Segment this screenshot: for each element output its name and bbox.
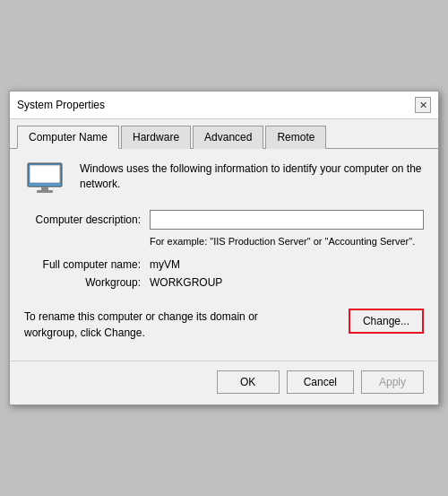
window-title: System Properties <box>17 99 105 111</box>
ok-button[interactable]: OK <box>217 370 280 394</box>
svg-rect-3 <box>37 190 53 193</box>
description-section: Computer description: For example: "IIS … <box>24 210 424 248</box>
workgroup-row: Workgroup: WORKGROUP <box>24 276 424 289</box>
tabs-container: Computer Name Hardware Advanced Remote <box>10 119 438 149</box>
tab-remote[interactable]: Remote <box>265 126 326 149</box>
footer: OK Cancel Apply <box>10 361 438 405</box>
svg-rect-2 <box>41 187 48 190</box>
full-name-value: myVM <box>150 258 180 271</box>
info-section: Windows uses the following information t… <box>24 161 424 197</box>
info-text: Windows uses the following information t… <box>80 161 424 192</box>
rename-section: To rename this computer or change its do… <box>24 301 424 348</box>
full-name-label: Full computer name: <box>24 258 150 271</box>
description-hint: For example: "IIS Production Server" or … <box>150 235 424 248</box>
tab-advanced[interactable]: Advanced <box>193 126 263 149</box>
cancel-button[interactable]: Cancel <box>287 370 354 394</box>
computer-icon <box>24 161 67 197</box>
full-name-row: Full computer name: myVM <box>24 258 424 271</box>
title-bar: System Properties ✕ <box>10 91 438 119</box>
tab-content: Windows uses the following information t… <box>10 149 438 360</box>
close-icon: ✕ <box>419 100 427 111</box>
change-button[interactable]: Change... <box>349 309 424 334</box>
workgroup-label: Workgroup: <box>24 276 150 289</box>
svg-rect-1 <box>30 165 60 183</box>
rename-text: To rename this computer or change its do… <box>24 309 302 341</box>
tab-computer-name[interactable]: Computer Name <box>17 126 119 149</box>
description-row: Computer description: <box>24 210 424 230</box>
description-input[interactable] <box>150 210 424 230</box>
apply-button[interactable]: Apply <box>361 370 424 394</box>
system-properties-window: System Properties ✕ Computer Name Hardwa… <box>9 91 439 405</box>
tab-hardware[interactable]: Hardware <box>121 126 191 149</box>
description-label: Computer description: <box>24 213 150 226</box>
workgroup-value: WORKGROUP <box>150 276 222 289</box>
close-button[interactable]: ✕ <box>415 97 431 113</box>
